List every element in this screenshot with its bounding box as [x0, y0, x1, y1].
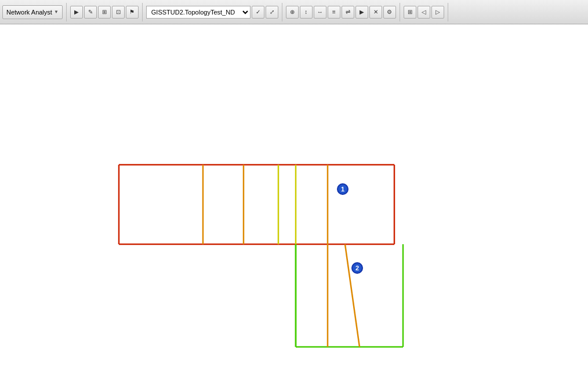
nav-btn-2[interactable]: ◁ — [418, 6, 430, 19]
expand-icon: ⤢ — [270, 9, 274, 15]
node-1-label: 1 — [341, 186, 344, 193]
node-icon: ⊡ — [116, 9, 121, 15]
action-btn-1[interactable]: ⊕ — [286, 6, 299, 19]
tool-btn-3[interactable]: ⊞ — [98, 6, 111, 19]
node-2-label: 2 — [355, 265, 359, 271]
tool-btn-2[interactable]: ✎ — [84, 6, 97, 19]
tool-btn-1[interactable]: ▶ — [70, 6, 83, 19]
topology-btn-2[interactable]: ⤢ — [266, 6, 278, 19]
network-analyst-label: Network Analyst — [6, 9, 52, 16]
solve-icon: ▶ — [360, 9, 364, 15]
map-svg — [0, 24, 588, 373]
topology-dropdown[interactable]: GISSTUD2.TopologyTest_ND — [146, 6, 251, 19]
settings-icon: ⚙ — [387, 9, 392, 15]
layers-icon: ≡ — [332, 9, 336, 15]
topology-btn-1[interactable]: ✓ — [252, 6, 264, 19]
grid-icon: ⊞ — [102, 9, 107, 15]
network-analyst-dropdown-arrow: ▼ — [54, 9, 59, 15]
arrow-icon: ↕ — [304, 9, 307, 15]
edit-icon: ✎ — [88, 9, 93, 15]
topology-select-group: GISSTUD2.TopologyTest_ND ✓ ⤢ — [146, 3, 282, 21]
route-icon: ⇌ — [346, 9, 350, 15]
zoom-in-icon: ⊕ — [290, 9, 295, 15]
move-icon: ↔ — [317, 9, 323, 15]
toolbar: Network Analyst ▼ ▶ ✎ ⊞ ⊡ ⚑ GISSTUD2.Top… — [0, 0, 588, 24]
network-analyst-button[interactable]: Network Analyst ▼ — [2, 5, 63, 19]
action-btn-3[interactable]: ↔ — [314, 6, 326, 19]
map-canvas[interactable]: 1 2 — [0, 24, 588, 373]
action-btn-5[interactable]: ⇌ — [342, 6, 354, 19]
action-btn-2[interactable]: ↕ — [300, 6, 313, 19]
network-analyst-group: Network Analyst ▼ — [2, 3, 67, 21]
tool-btn-4[interactable]: ⊡ — [112, 6, 125, 19]
action-btn-4[interactable]: ≡ — [328, 6, 340, 19]
check-icon: ✓ — [256, 9, 260, 15]
node-1[interactable]: 1 — [337, 183, 349, 195]
action-btn-7[interactable]: ✕ — [369, 6, 382, 19]
tool-btn-5[interactable]: ⚑ — [126, 6, 139, 19]
clear-icon: ✕ — [373, 9, 378, 15]
next-extent-icon: ▷ — [435, 9, 440, 15]
full-extent-icon: ⊞ — [408, 9, 412, 15]
action-tools-group: ⊕ ↕ ↔ ≡ ⇌ ▶ ✕ ⚙ — [286, 3, 400, 21]
topology-tools-group: ▶ ✎ ⊞ ⊡ ⚑ — [70, 3, 143, 21]
nav-btn-3[interactable]: ▷ — [431, 6, 444, 19]
nav-tools-group: ⊞ ◁ ▷ — [404, 3, 448, 21]
action-btn-8[interactable]: ⚙ — [383, 6, 396, 19]
node-2[interactable]: 2 — [351, 262, 363, 274]
flag-icon: ⚑ — [129, 9, 135, 15]
nav-btn-1[interactable]: ⊞ — [404, 6, 416, 19]
action-btn-6[interactable]: ▶ — [355, 6, 368, 19]
select-icon: ▶ — [74, 9, 79, 15]
svg-line-9 — [345, 244, 360, 347]
prev-extent-icon: ◁ — [422, 9, 426, 15]
